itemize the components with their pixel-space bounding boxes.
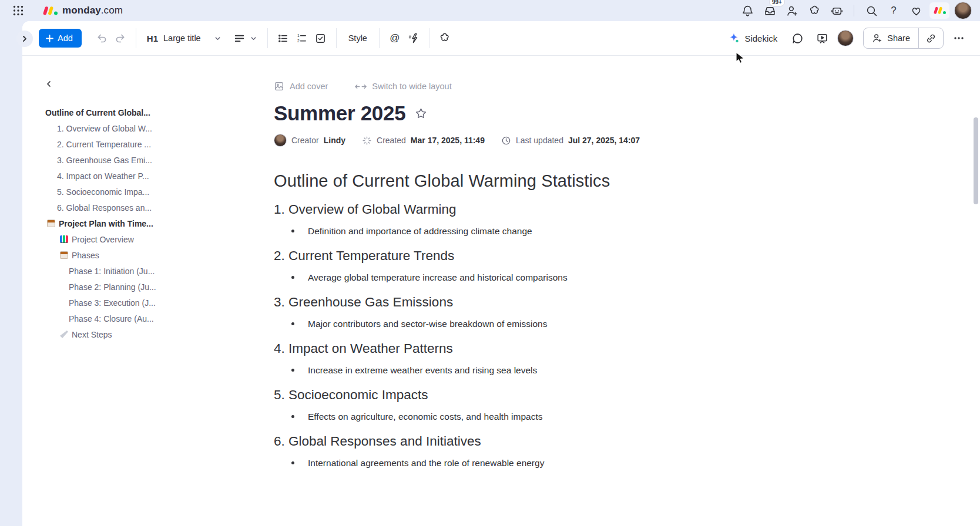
person-add-icon bbox=[872, 33, 882, 43]
updated-label: Last updated bbox=[516, 136, 563, 145]
doc-title[interactable]: Summer 2025 bbox=[274, 102, 405, 125]
toolbar-divider bbox=[136, 28, 136, 48]
section-heading[interactable]: 5. Socioeconomic Impacts bbox=[274, 386, 697, 403]
favorite-star-icon[interactable] bbox=[415, 107, 427, 120]
outline-item[interactable]: Project Overview bbox=[36, 231, 230, 247]
user-avatar[interactable] bbox=[954, 2, 972, 19]
more-options-button[interactable] bbox=[949, 29, 968, 48]
outline-item[interactable]: 4. Impact on Weather P... bbox=[36, 168, 230, 184]
outline-item[interactable]: 6. Global Responses an... bbox=[36, 200, 230, 215]
bullet-item[interactable]: Average global temperature increase and … bbox=[274, 271, 697, 284]
collapse-outline-button[interactable] bbox=[41, 76, 56, 92]
outline-item-label: 4. Impact on Weather P... bbox=[57, 171, 149, 181]
outline-item-label: 1. Overview of Global W... bbox=[57, 124, 152, 133]
bullet-item[interactable]: Effects on agriculture, economic costs, … bbox=[274, 410, 697, 423]
notifications-bell-icon[interactable] bbox=[739, 2, 756, 19]
outline-item[interactable]: Next Steps bbox=[36, 326, 230, 342]
share-button[interactable]: Share bbox=[864, 28, 918, 48]
creator-label: Creator bbox=[291, 136, 319, 145]
outline-item[interactable]: 2. Current Temperature ... bbox=[36, 136, 230, 152]
favorites-heart-icon[interactable] bbox=[907, 2, 925, 19]
outline-item[interactable]: Project Plan with Time... bbox=[36, 215, 230, 231]
invite-member-icon[interactable] bbox=[783, 2, 801, 19]
redo-button[interactable] bbox=[111, 29, 130, 48]
comments-button[interactable] bbox=[788, 29, 807, 48]
bullet-item[interactable]: International agreements and the role of… bbox=[274, 457, 697, 469]
doc-heading[interactable]: Outline of Current Global Warming Statis… bbox=[274, 171, 697, 191]
style-button[interactable]: Style bbox=[343, 30, 373, 46]
arrows-horizontal-icon bbox=[355, 83, 367, 90]
outline-item-label: Outline of Current Global... bbox=[45, 108, 150, 117]
text-align-icon bbox=[234, 33, 245, 44]
outline-item-label: Next Steps bbox=[72, 330, 112, 339]
checklist-button[interactable] bbox=[311, 29, 330, 48]
doc-section: 3. Greenhouse Gas Emissions Major contri… bbox=[274, 294, 697, 330]
outline-list: Outline of Current Global... 1. Overview… bbox=[36, 104, 230, 342]
undo-button[interactable] bbox=[92, 29, 111, 48]
outline-item-label: 5. Socioeconomic Impa... bbox=[57, 187, 149, 197]
section-heading[interactable]: 2. Current Temperature Trends bbox=[274, 247, 697, 264]
creator-group[interactable]: Creator Lindy bbox=[274, 134, 345, 147]
ai-writer-button[interactable] bbox=[404, 29, 423, 48]
toolbar-divider bbox=[379, 28, 380, 48]
chevron-down-icon bbox=[250, 35, 257, 42]
bullet-item[interactable]: Increase in extreme weather events and r… bbox=[274, 364, 697, 376]
at-icon: @ bbox=[390, 32, 400, 44]
doc-title-row: Summer 2025 bbox=[274, 102, 697, 125]
monday-logo-mark bbox=[42, 5, 58, 16]
assistant-bot-icon[interactable] bbox=[828, 2, 845, 19]
outline-item[interactable]: Phase 4: Closure (Au... bbox=[36, 311, 230, 326]
mention-button[interactable]: @ bbox=[385, 29, 404, 48]
outline-item-label: Project Overview bbox=[72, 235, 134, 244]
numbered-list-button[interactable]: 1 2 bbox=[293, 29, 311, 48]
outline-item[interactable]: Phase 3: Execution (J... bbox=[36, 295, 230, 311]
align-select[interactable] bbox=[229, 29, 261, 48]
share-button-group: Share bbox=[863, 28, 944, 49]
bullet-text: Increase in extreme weather events and r… bbox=[308, 365, 537, 376]
bullet-text: Definition and importance of addressing … bbox=[308, 226, 532, 237]
outline-item[interactable]: 3. Greenhouse Gas Emi... bbox=[36, 152, 230, 168]
present-mode-button[interactable] bbox=[813, 29, 831, 48]
bullet-item[interactable]: Major contributors and sector-wise break… bbox=[274, 318, 697, 330]
outline-item[interactable]: 5. Socioeconomic Impa... bbox=[36, 184, 230, 200]
bullet-list-button[interactable] bbox=[274, 29, 293, 48]
outline-item[interactable]: Outline of Current Global... bbox=[36, 104, 230, 120]
marketplace-blob-icon[interactable] bbox=[806, 2, 823, 19]
doc-section: 5. Socioeconomic Impacts Effects on agri… bbox=[274, 386, 697, 423]
outline-item-icon bbox=[60, 235, 68, 243]
outline-sidebar: Outline of Current Global... 1. Overview… bbox=[36, 76, 230, 342]
apps-blob-button[interactable] bbox=[435, 29, 454, 48]
wide-layout-button[interactable]: Switch to wide layout bbox=[355, 82, 451, 91]
outline-item-label: Phase 2: Planning (Ju... bbox=[69, 282, 156, 292]
inbox-updates-icon[interactable]: 99+ bbox=[761, 2, 778, 19]
bullet-dot bbox=[291, 369, 294, 372]
collaborator-avatar[interactable] bbox=[837, 30, 854, 46]
section-heading[interactable]: 3. Greenhouse Gas Emissions bbox=[274, 294, 697, 311]
search-icon[interactable] bbox=[862, 2, 880, 19]
outline-item[interactable]: Phase 2: Planning (Ju... bbox=[36, 279, 230, 295]
bullet-item[interactable]: Definition and importance of addressing … bbox=[274, 225, 697, 237]
document-body: Outline of Current Global... 1. Overview… bbox=[22, 56, 980, 526]
monday-product-icon[interactable] bbox=[929, 2, 949, 19]
text-style-select[interactable]: H1 Large title bbox=[142, 30, 226, 47]
copy-link-button[interactable] bbox=[918, 28, 943, 48]
section-heading[interactable]: 6. Global Responses and Initiatives bbox=[274, 433, 697, 450]
doc-sections: 1. Overview of Global Warming Definition… bbox=[274, 201, 697, 469]
outline-item-label: Phase 4: Closure (Au... bbox=[69, 314, 154, 323]
help-icon[interactable]: ? bbox=[885, 2, 902, 19]
outline-item[interactable]: Phases bbox=[36, 247, 230, 263]
outline-item[interactable]: 1. Overview of Global W... bbox=[36, 120, 230, 136]
sidekick-button[interactable]: Sidekick bbox=[723, 29, 782, 48]
bullet-dot bbox=[291, 415, 294, 418]
monday-logo[interactable]: monday.com bbox=[42, 5, 123, 16]
top-app-bar: monday.com 99+ bbox=[0, 0, 980, 21]
apps-grid-icon[interactable] bbox=[9, 2, 27, 19]
expand-panel-button[interactable] bbox=[16, 31, 33, 47]
outline-item[interactable]: Phase 1: Initiation (Ju... bbox=[36, 263, 230, 279]
add-cover-button[interactable]: Add cover bbox=[274, 81, 328, 92]
section-heading[interactable]: 4. Impact on Weather Patterns bbox=[274, 340, 697, 357]
add-button[interactable]: Add bbox=[39, 29, 82, 48]
inbox-badge: 99+ bbox=[769, 0, 785, 6]
vertical-scrollbar[interactable] bbox=[974, 117, 978, 204]
section-heading[interactable]: 1. Overview of Global Warming bbox=[274, 201, 697, 218]
